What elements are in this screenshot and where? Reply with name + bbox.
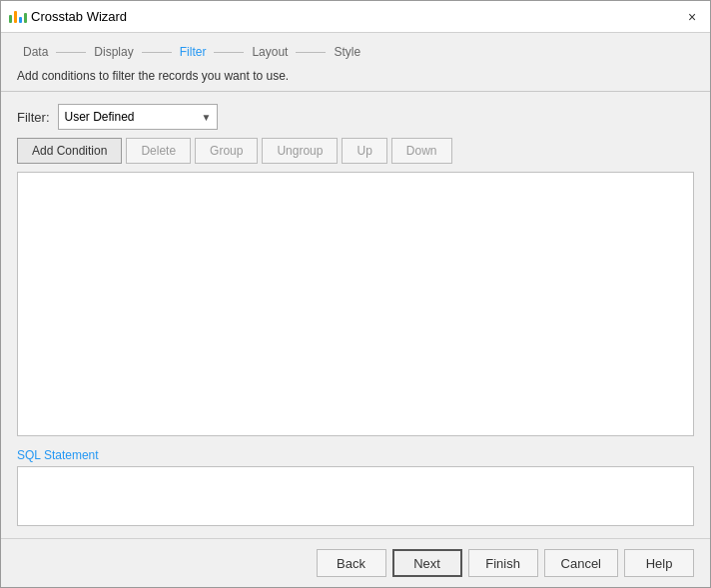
conditions-panel	[17, 172, 694, 436]
help-button[interactable]: Help	[624, 549, 694, 577]
group-button[interactable]: Group	[195, 138, 258, 164]
tab-filter[interactable]: Filter	[174, 41, 213, 63]
tab-divider-2	[142, 52, 172, 53]
filter-select[interactable]: User Defined None	[58, 104, 218, 130]
sql-section: SQL Statement	[17, 448, 694, 526]
app-icon	[9, 9, 25, 25]
delete-button[interactable]: Delete	[126, 138, 191, 164]
filter-row: Filter: User Defined None ▼	[17, 104, 694, 130]
conditions-toolbar: Add Condition Delete Group Ungroup Up Do…	[17, 138, 694, 164]
filter-select-wrapper: User Defined None ▼	[58, 104, 218, 130]
close-button[interactable]: ×	[682, 7, 702, 27]
tab-divider-4	[296, 52, 326, 53]
tab-divider-3	[214, 52, 244, 53]
tab-divider-1	[56, 52, 86, 53]
filter-label: Filter:	[17, 110, 50, 125]
window-title: Crosstab Wizard	[31, 9, 682, 24]
sql-label: SQL Statement	[17, 448, 694, 462]
up-button[interactable]: Up	[342, 138, 386, 164]
next-button[interactable]: Next	[392, 549, 462, 577]
tab-style[interactable]: Style	[328, 41, 366, 63]
down-button[interactable]: Down	[391, 138, 452, 164]
main-window: Crosstab Wizard × Data Display Filter La…	[0, 0, 711, 588]
tab-display[interactable]: Display	[88, 41, 139, 63]
content-area: Filter: User Defined None ▼ Add Conditio…	[1, 92, 710, 538]
finish-button[interactable]: Finish	[468, 549, 538, 577]
back-button[interactable]: Back	[317, 549, 386, 577]
title-bar: Crosstab Wizard ×	[1, 1, 710, 33]
nav-tabs: Data Display Filter Layout Style	[1, 33, 710, 63]
sql-content-area	[17, 466, 694, 526]
cancel-button[interactable]: Cancel	[544, 549, 618, 577]
tab-layout[interactable]: Layout	[246, 41, 294, 63]
add-condition-button[interactable]: Add Condition	[17, 138, 122, 164]
tab-data[interactable]: Data	[17, 41, 54, 63]
ungroup-button[interactable]: Ungroup	[262, 138, 338, 164]
footer: Back Next Finish Cancel Help	[1, 538, 710, 587]
subtitle: Add conditions to filter the records you…	[1, 63, 710, 91]
